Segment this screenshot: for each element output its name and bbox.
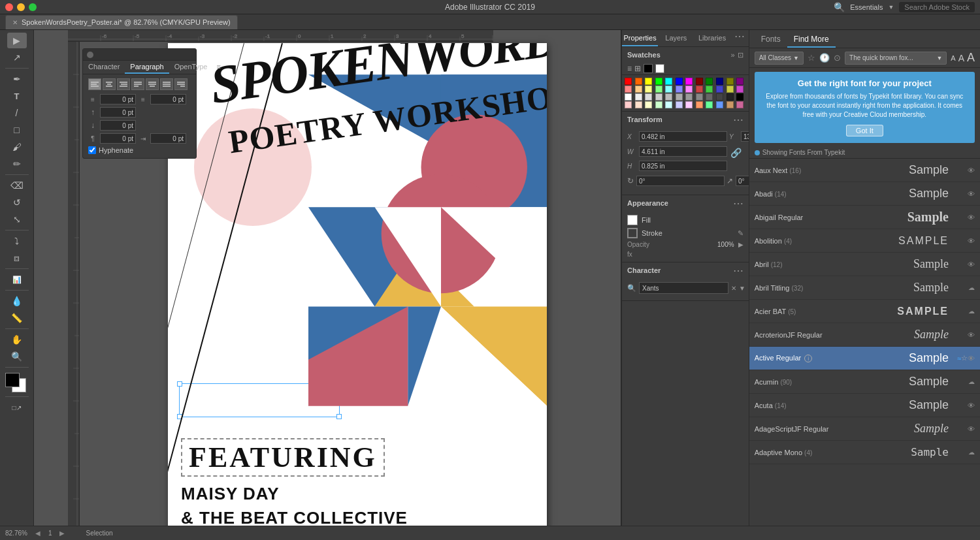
rect-tool[interactable]: □ [7, 122, 27, 138]
swatch-light-green[interactable] [655, 86, 662, 93]
preview-icon-aaux[interactable]: 👁 [968, 167, 975, 174]
preview-icon-acroterion[interactable]: 👁 [968, 331, 975, 339]
swatch-mid-purple[interactable] [736, 86, 743, 93]
nav-next-icon[interactable]: ▶ [59, 530, 65, 537]
appearance-header[interactable]: Appearance ⋯ [622, 195, 749, 211]
swatch-light-cyan[interactable] [665, 86, 672, 93]
swatch-silver[interactable] [655, 93, 662, 101]
font-size-large-icon[interactable]: A [967, 51, 975, 65]
swatch-ice[interactable] [665, 101, 672, 108]
scale-tool[interactable]: ⤡ [7, 212, 27, 227]
swatch-light-blue[interactable] [676, 86, 683, 93]
close-button[interactable] [5, 3, 13, 11]
indent-second-input[interactable] [150, 133, 186, 144]
swatch-darker-gray[interactable] [706, 93, 713, 101]
y-input[interactable] [741, 131, 749, 142]
tab-fonts[interactable]: Fonts [755, 32, 787, 48]
swatch-very-dark-gray[interactable] [716, 93, 723, 101]
x-input[interactable] [639, 131, 727, 142]
chart-tool[interactable]: 📊 [7, 272, 27, 287]
fx-icon[interactable]: fx [627, 251, 632, 258]
justify-all-btn[interactable] [160, 78, 173, 90]
fill-swatch[interactable] [627, 215, 638, 225]
hand-tool[interactable]: ✋ [7, 332, 27, 347]
swatch-magenta[interactable] [685, 78, 693, 85]
swatch-mint[interactable] [655, 101, 662, 108]
hyphenate-checkbox[interactable] [88, 146, 96, 154]
swatch-mid-silver[interactable] [665, 93, 672, 101]
panel-close-button[interactable] [87, 52, 93, 58]
font-row-abolition[interactable]: Abolition (4) SAMPLE 👁 [749, 229, 980, 253]
swatch-spring[interactable] [706, 101, 713, 108]
preview-text-selector[interactable]: The quick brown fox... ▼ [845, 52, 947, 65]
color-selector[interactable] [5, 373, 29, 394]
swatch-pink[interactable] [625, 101, 632, 108]
swatch-blue[interactable] [676, 78, 683, 85]
grid-view-icon[interactable]: ⊞ [634, 64, 641, 73]
swatch-purple[interactable] [736, 78, 743, 85]
opacity-arrow-icon[interactable]: ▶ [738, 241, 743, 248]
font-search-input[interactable] [639, 282, 728, 294]
free-transform-tool[interactable]: ⧈ [7, 250, 27, 266]
preview-icon-abril[interactable]: 👁 [968, 261, 975, 268]
swatch-green[interactable] [655, 78, 662, 85]
tab-find-more[interactable]: Find More [787, 32, 836, 48]
black-swatch[interactable] [644, 64, 653, 73]
rotate-tool[interactable]: ↺ [7, 195, 27, 210]
swatch-red[interactable] [625, 78, 632, 85]
swatch-mid-yellow[interactable] [727, 86, 734, 93]
font-row-abadi[interactable]: Abadi (14) Sample 👁 [749, 182, 980, 206]
swatch-near-black[interactable] [727, 93, 734, 101]
align-left-btn[interactable] [88, 78, 101, 90]
swatch-tan[interactable] [727, 101, 734, 108]
font-clear-icon[interactable]: ✕ [731, 285, 736, 292]
swatch-light-yellow[interactable] [645, 86, 652, 93]
tab-opentype[interactable]: OpenType [169, 61, 213, 74]
swatch-mid-green[interactable] [706, 86, 713, 93]
paintbrush-tool[interactable]: 🖌 [7, 139, 27, 155]
font-size-small-icon[interactable]: A [951, 54, 955, 62]
got-it-button[interactable]: Got It [846, 125, 883, 136]
swatch-cyan[interactable] [665, 78, 672, 85]
double-arrow-icon[interactable]: » [731, 51, 735, 59]
recently-used-icon[interactable]: 🕐 [819, 53, 830, 63]
tab-character[interactable]: Character [83, 61, 125, 74]
font-row-acuta[interactable]: Acuta (14) Sample 👁 [749, 394, 980, 417]
tab-properties[interactable]: Properties [622, 30, 658, 46]
preview-icon-adage[interactable]: 👁 [968, 425, 975, 433]
tab-paragraph[interactable]: Paragraph [125, 61, 169, 74]
swatch-mauve[interactable] [736, 101, 743, 108]
swatch-light-magenta[interactable] [685, 86, 693, 93]
justify-right-btn[interactable] [174, 78, 188, 90]
swatch-lavender[interactable] [676, 101, 683, 108]
swatch-light-peach[interactable] [635, 101, 642, 108]
align-center-btn[interactable] [103, 78, 116, 90]
font-dropdown-icon[interactable]: ▼ [739, 285, 745, 292]
zoom-tool[interactable]: 🔍 [7, 349, 27, 364]
preview-icon-abadi[interactable]: 👁 [968, 190, 975, 198]
swatch-black[interactable] [736, 93, 743, 101]
align-right-btn[interactable] [117, 78, 130, 90]
character-more-icon[interactable]: ⋯ [733, 264, 743, 277]
stroke-edit-icon[interactable]: ✎ [738, 229, 743, 238]
list-view-icon[interactable]: ≡ [627, 64, 632, 73]
indent-first-input[interactable] [100, 133, 136, 144]
preview-icon-active[interactable]: 👁 [968, 355, 975, 362]
swatch-navy[interactable] [716, 78, 723, 85]
direct-select-tool[interactable]: ↗ [7, 50, 27, 65]
more-options-icon[interactable]: ⋯ [730, 30, 749, 46]
font-size-medium-icon[interactable]: A [958, 53, 964, 63]
swatch-mid-gray[interactable] [676, 93, 683, 101]
minimize-button[interactable] [17, 3, 25, 11]
star-icon-active[interactable]: ☆ [961, 354, 968, 362]
font-row-abril-titling[interactable]: Abril Titling (32) Sample ☁ [749, 276, 980, 300]
swatch-light-gray[interactable] [645, 93, 652, 101]
pencil-tool[interactable]: ✏ [7, 156, 27, 172]
filter-more-icon[interactable]: ⊙ [834, 53, 841, 63]
eraser-tool[interactable]: ⌫ [7, 178, 27, 193]
swatch-mid-red[interactable] [696, 86, 703, 93]
eyedropper-tool[interactable]: 💧 [7, 293, 27, 309]
info-icon-active[interactable]: i [804, 355, 812, 362]
nav-prev-icon[interactable]: ◀ [35, 530, 41, 537]
indent-left-input[interactable] [100, 94, 136, 104]
